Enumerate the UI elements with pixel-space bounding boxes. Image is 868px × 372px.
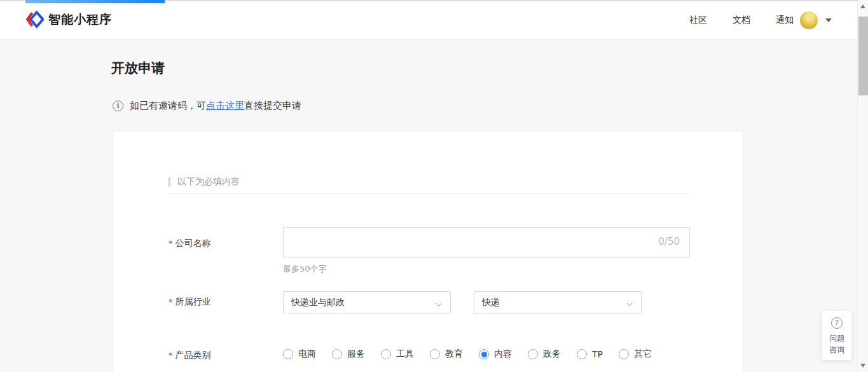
app-root: 智能小程序 社区 文档 通知 开放申请 i 如已有邀请码，可点击这里直接提交申请… [0,0,868,372]
required-asterisk: * [169,350,173,360]
notice-prefix: 如已有邀请码，可 [130,100,206,112]
company-name-helper: 最多50个字 [283,263,327,275]
scroll-down-arrow-icon[interactable] [860,364,865,368]
app-logo[interactable]: 智能小程序 [25,10,112,29]
radio-option-tool[interactable]: 工具 [381,348,414,360]
chevron-down-icon[interactable] [825,18,832,22]
help-label-line1: 问题 [829,333,844,344]
chevron-down-icon [436,301,443,305]
question-icon: ? [831,317,843,329]
top-header: 智能小程序 社区 文档 通知 [0,1,857,39]
radio-icon [528,349,538,359]
invite-code-notice: i 如已有邀请码，可点击这里直接提交申请 [113,100,301,112]
vertical-scrollbar[interactable] [857,0,868,372]
company-name-field: 0/50 [283,227,690,258]
required-asterisk: * [169,238,173,248]
section-accent-bar [169,177,170,187]
chevron-down-icon [627,301,633,305]
notice-suffix: 直接提交申请 [244,100,301,112]
radio-option-other[interactable]: 其它 [619,348,652,360]
loading-progress-bar [25,0,165,3]
radio-icon [479,349,489,359]
product-category-label: *产品类别 [169,350,211,361]
industry-primary-select[interactable]: 快递业与邮政 [283,291,451,313]
info-icon: i [113,100,123,111]
radio-option-tp[interactable]: TP [577,349,603,359]
required-asterisk: * [169,297,173,307]
company-name-label: *公司名称 [169,238,211,249]
radio-icon [332,349,342,359]
radio-icon [430,349,440,359]
click-here-link[interactable]: 点击这里 [206,100,244,112]
radio-icon [577,349,587,359]
user-menu[interactable] [800,1,832,39]
nav-item-docs[interactable]: 文档 [733,15,750,26]
product-category-radio-group: 电商 服务 工具 教育 内容 政务 TP 其它 [283,348,652,360]
help-label-line2: 咨询 [829,344,844,355]
nav-item-community[interactable]: 社区 [689,15,707,26]
radio-option-government[interactable]: 政务 [528,348,561,360]
scroll-up-arrow-icon[interactable] [860,4,865,8]
page-title: 开放申请 [111,59,165,77]
company-name-input[interactable] [283,227,690,258]
radio-icon [619,349,629,359]
radio-icon [283,349,293,359]
section-title: 以下为必填内容 [177,176,240,188]
application-form-card: 以下为必填内容 *公司名称 0/50 最多50个字 *所属行业 快递业与邮政 快… [113,132,743,372]
industry-secondary-value: 快递 [482,297,500,308]
scrollbar-thumb[interactable] [858,17,868,95]
logo-text: 智能小程序 [48,11,112,28]
radio-option-service[interactable]: 服务 [332,348,365,360]
header-nav: 社区 文档 通知 [689,1,794,39]
radio-icon [381,349,391,359]
radio-option-education[interactable]: 教育 [430,348,463,360]
section-header: 以下为必填内容 [169,176,240,188]
industry-secondary-select[interactable]: 快递 [474,291,642,313]
industry-label: *所属行业 [169,296,211,308]
radio-option-content[interactable]: 内容 [479,348,512,360]
nav-item-notifications[interactable]: 通知 [776,15,794,26]
help-consult-button[interactable]: ? 问题 咨询 [822,311,851,360]
industry-primary-value: 快递业与邮政 [291,297,345,308]
radio-option-ecommerce[interactable]: 电商 [283,348,316,360]
section-divider [169,193,689,194]
avatar[interactable] [800,11,818,29]
logo-diamond-icon [25,10,44,29]
